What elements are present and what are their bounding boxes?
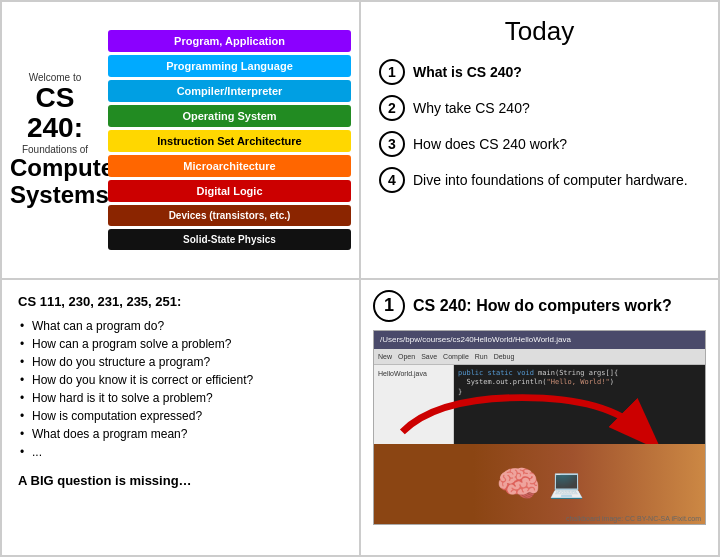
prereq-title: CS 111, 230, 231, 235, 251: [18,294,343,309]
prereq-bullet: ... [18,443,343,461]
welcome-block: Welcome to CS 240: Foundations of Comput… [10,72,100,208]
code-line-3: } [458,388,701,398]
toolbar-run[interactable]: Run [475,353,488,360]
code-line-2: System.out.println("Hello, World!") [458,378,701,388]
layer-bar-program-application: Program, Application [108,30,351,52]
agenda-item-1: 1What is CS 240? [379,59,700,85]
layer-bar-devices-transistors-etc-: Devices (transistors, etc.) [108,205,351,226]
layer-bar-microarchitecture: Microarchitecture [108,155,351,177]
agenda-num-2: 2 [379,95,405,121]
ide-screenshot: /Users/bpw/courses/cs240HelloWorld/Hello… [373,330,706,525]
toolbar-new[interactable]: New [378,353,392,360]
layer-bar-compiler-interpreter: Compiler/Interpreter [108,80,351,102]
toolbar-debug[interactable]: Debug [494,353,515,360]
prereq-bullet: What does a program mean? [18,425,343,443]
agenda-list: 1What is CS 240?2Why take CS 240?3How do… [379,59,700,193]
agenda-text-2: Why take CS 240? [413,95,530,121]
file-tree-item: HelloWorld.java [378,369,449,378]
course-name: ComputerSystems [10,155,100,208]
agenda-item-4: 4Dive into foundations of computer hardw… [379,167,700,193]
prereq-list: What can a program do?How can a program … [18,317,343,461]
prereq-bullet: How do you know it is correct or efficie… [18,371,343,389]
layer-bar-solid-state-physics: Solid-State Physics [108,229,351,250]
agenda-num-3: 3 [379,131,405,157]
layer-bar-digital-logic: Digital Logic [108,180,351,202]
code-line-1: public static void main(String args[]{ [458,369,701,379]
agenda-item-2: 2Why take CS 240? [379,95,700,121]
top-left-cell: Welcome to CS 240: Foundations of Comput… [1,1,360,279]
prereq-bullet: How hard is it to solve a problem? [18,389,343,407]
agenda-text-1: What is CS 240? [413,59,522,85]
prereq-bullet: What can a program do? [18,317,343,335]
bottom-right-cell: 1 CS 240: How do computers work? /Users/… [360,279,719,557]
welcome-label: Welcome to [10,72,100,83]
prereq-bullet: How do you structure a program? [18,353,343,371]
toolbar-save[interactable]: Save [421,353,437,360]
how-title: CS 240: How do computers work? [413,297,672,315]
slide-grid: Welcome to CS 240: Foundations of Comput… [0,0,720,557]
layers-stack: Program, ApplicationProgramming Language… [108,30,351,250]
ide-toolbar: New Open Save Compile Run Debug [374,349,705,365]
layer-bar-operating-system: Operating System [108,105,351,127]
agenda-text-4: Dive into foundations of computer hardwa… [413,167,688,193]
bottom-left-cell: CS 111, 230, 231, 235, 251: What can a p… [1,279,360,557]
ide-titlebar: /Users/bpw/courses/cs240HelloWorld/Hello… [374,331,705,349]
agenda-item-3: 3How does CS 240 work? [379,131,700,157]
layer-bar-programming-language: Programming Language [108,55,351,77]
layer-bar-instruction-set-architecture: Instruction Set Architecture [108,130,351,152]
prereq-bullet: How is computation expressed? [18,407,343,425]
toolbar-open[interactable]: Open [398,353,415,360]
course-code: CS 240: [10,83,100,145]
ide-title-text: /Users/bpw/courses/cs240HelloWorld/Hello… [380,335,571,344]
big-question: A BIG question is missing… [18,473,343,488]
agenda-num-1: 1 [379,59,405,85]
bottom-right-header: 1 CS 240: How do computers work? [373,290,706,322]
top-right-cell: Today 1What is CS 240?2Why take CS 240?3… [360,1,719,279]
section-number: 1 [373,290,405,322]
brain-icon: 🧠 [496,463,541,505]
chip-icon: 💻 [549,467,584,500]
today-title: Today [379,16,700,47]
agenda-num-4: 4 [379,167,405,193]
prereq-bullet: How can a program solve a problem? [18,335,343,353]
agenda-text-3: How does CS 240 work? [413,131,567,157]
attribution-text: chalkboard image: CC BY-NC-SA iFixit.com [566,515,701,522]
toolbar-compile[interactable]: Compile [443,353,469,360]
brain-chip-area: 🧠 💻 [374,444,705,524]
